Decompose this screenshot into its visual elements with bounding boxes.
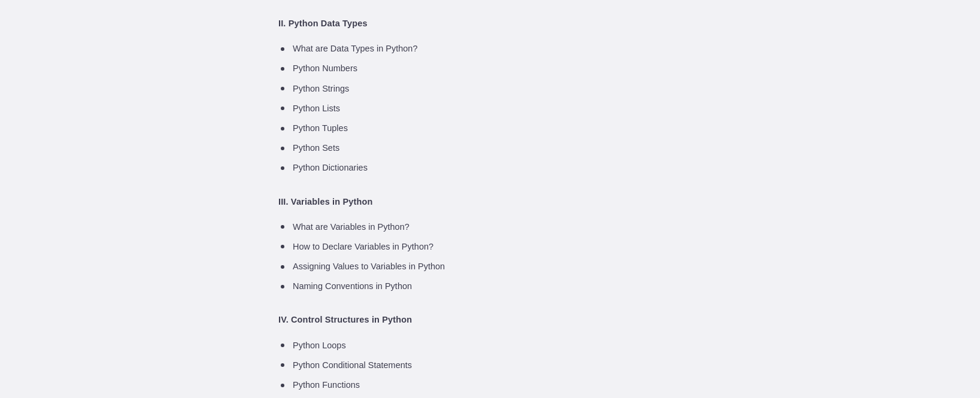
bullet-dot-icon [281, 384, 284, 387]
bullet-dot-icon [281, 285, 284, 288]
list-item-text: What are Data Types in Python? [293, 42, 418, 56]
bullet-dot-icon [281, 363, 284, 367]
section-heading-python-data-types: II. Python Data Types [278, 17, 697, 31]
list-item-text: Assigning Values to Variables in Python [293, 260, 445, 274]
bullet-dot-icon [281, 127, 284, 130]
bullet-dot-icon [281, 166, 284, 170]
list-item-text: How to Declare Variables in Python? [293, 240, 433, 254]
list-item[interactable]: Python Numbers [281, 59, 697, 78]
bullet-list-control-structures: Python LoopsPython Conditional Statement… [281, 336, 697, 398]
list-item[interactable]: Python Classes [281, 395, 697, 398]
bullet-dot-icon [281, 67, 284, 71]
list-item-text: Python Strings [293, 82, 349, 96]
bullet-dot-icon [281, 344, 284, 347]
list-item-text: Python Lists [293, 102, 340, 116]
section-variables-in-python: III. Variables in PythonWhat are Variabl… [278, 195, 697, 297]
bullet-dot-icon [281, 107, 284, 110]
bullet-dot-icon [281, 245, 284, 248]
list-item[interactable]: Naming Conventions in Python [281, 277, 697, 296]
section-python-data-types: II. Python Data TypesWhat are Data Types… [278, 17, 697, 178]
content-area: II. Python Data TypesWhat are Data Types… [278, 12, 697, 398]
list-item[interactable]: Python Lists [281, 99, 697, 119]
list-item-text: What are Variables in Python? [293, 220, 409, 234]
list-item-text: Python Dictionaries [293, 161, 368, 175]
list-item[interactable]: Python Sets [281, 138, 697, 158]
list-item[interactable]: Assigning Values to Variables in Python [281, 257, 697, 277]
list-item[interactable]: Python Conditional Statements [281, 356, 697, 375]
list-item[interactable]: Python Dictionaries [281, 158, 697, 178]
list-item[interactable]: Python Functions [281, 375, 697, 395]
list-item[interactable]: How to Declare Variables in Python? [281, 237, 697, 257]
section-control-structures: IV. Control Structures in PythonPython L… [278, 313, 697, 398]
section-heading-variables-in-python: III. Variables in Python [278, 195, 697, 209]
bullet-list-python-data-types: What are Data Types in Python?Python Num… [281, 39, 697, 178]
list-item-text: Python Loops [293, 339, 346, 353]
bullet-dot-icon [281, 225, 284, 229]
list-item[interactable]: What are Data Types in Python? [281, 39, 697, 59]
list-item[interactable]: Python Tuples [281, 119, 697, 138]
bullet-dot-icon [281, 265, 284, 269]
list-item[interactable]: What are Variables in Python? [281, 217, 697, 237]
bullet-list-variables-in-python: What are Variables in Python?How to Decl… [281, 217, 697, 297]
list-item[interactable]: Python Loops [281, 336, 697, 356]
list-item[interactable]: Python Strings [281, 79, 697, 99]
list-item-text: Naming Conventions in Python [293, 279, 412, 293]
bullet-dot-icon [281, 147, 284, 150]
list-item-text: Python Sets [293, 141, 339, 155]
list-item-text: Python Functions [293, 378, 360, 392]
list-item-text: Python Conditional Statements [293, 358, 412, 372]
list-item-text: Python Tuples [293, 121, 348, 135]
bullet-dot-icon [281, 47, 284, 51]
bullet-dot-icon [281, 87, 284, 90]
list-item-text: Python Numbers [293, 62, 357, 75]
page-container: II. Python Data TypesWhat are Data Types… [0, 0, 980, 398]
section-heading-control-structures: IV. Control Structures in Python [278, 313, 697, 327]
